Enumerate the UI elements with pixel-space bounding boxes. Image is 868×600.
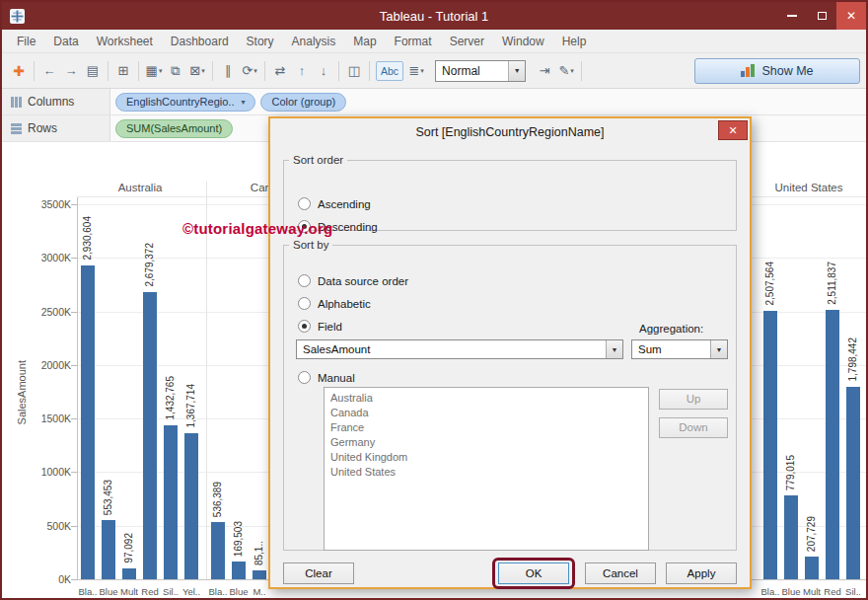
field-select[interactable]: SalesAmount ▼ — [296, 339, 623, 359]
y-tick-label: 1500K — [28, 412, 71, 424]
bar[interactable] — [102, 520, 115, 579]
bar[interactable] — [232, 562, 246, 579]
fit-select[interactable]: Normal ▼ — [435, 60, 526, 82]
redo-icon[interactable]: → — [60, 59, 82, 83]
menu-format[interactable]: Format — [386, 32, 441, 51]
menu-server[interactable]: Server — [441, 32, 493, 51]
highlight-icon[interactable]: ✎▾ — [555, 59, 577, 83]
y-tick-label: 3500K — [28, 198, 71, 210]
bar[interactable] — [122, 568, 136, 579]
bar[interactable] — [826, 310, 839, 579]
show-me-button[interactable]: Show Me — [694, 58, 860, 84]
list-item-united-states[interactable]: United States — [325, 465, 648, 480]
ok-highlight-annotation: OK — [492, 558, 575, 589]
radio-ascending[interactable]: Ascending — [298, 197, 371, 210]
radio-ascending-label: Ascending — [318, 198, 371, 210]
menu-help[interactable]: Help — [553, 32, 596, 51]
add-data-source-icon-glyph: ⊞ — [118, 63, 129, 78]
minimize-button[interactable] — [777, 2, 807, 30]
dialog-close-button[interactable]: ✕ — [718, 120, 748, 140]
bar[interactable] — [184, 433, 198, 579]
cancel-button[interactable]: Cancel — [585, 562, 656, 584]
sort-ascending-icon[interactable]: ↑ — [291, 59, 313, 83]
clear-button[interactable]: Clear — [283, 562, 354, 584]
pill-label: Color (group) — [271, 96, 335, 108]
aggregation-label: Aggregation: — [639, 323, 703, 335]
pill-caret-icon[interactable]: ▾ — [241, 98, 245, 107]
radio-manual[interactable]: Manual — [298, 371, 355, 384]
list-item-united-kingdom[interactable]: United Kingdom — [325, 450, 648, 465]
radio-data-source-order[interactable]: Data source order — [298, 274, 408, 287]
x-category-label: Yel.. — [177, 586, 206, 597]
show-mark-labels-icon[interactable]: Abc — [376, 61, 403, 81]
dropdown-caret-icon: ▾ — [159, 67, 163, 75]
menu-file[interactable]: File — [8, 32, 44, 51]
pause-auto-updates-icon[interactable]: ∥ — [217, 59, 239, 83]
up-button[interactable]: Up — [659, 389, 728, 410]
window-title: Tableau - Tutorial 1 — [380, 9, 489, 24]
aggregation-select[interactable]: Sum ▼ — [631, 339, 728, 359]
toolbar-icons-right: ⇥✎▾ — [534, 59, 586, 83]
clear-sheet-icon[interactable]: ⊠▾ — [186, 59, 208, 83]
menu-data[interactable]: Data — [44, 32, 87, 51]
list-item-germany[interactable]: Germany — [325, 435, 648, 450]
run-update-icon[interactable]: ⟳▾ — [239, 59, 260, 83]
bar-value-label: 1,798,442 — [847, 338, 858, 382]
menu-map[interactable]: Map — [344, 32, 385, 51]
pill-sum-salesamount[interactable]: SUM(SalesAmount) — [115, 119, 233, 138]
bar[interactable] — [143, 292, 157, 579]
maximize-button[interactable] — [807, 2, 836, 30]
bar-value-label: 169,503 — [233, 521, 244, 557]
radio-manual-label: Manual — [318, 372, 355, 384]
bar[interactable] — [763, 311, 777, 579]
ok-button[interactable]: OK — [498, 562, 569, 584]
menu-analysis[interactable]: Analysis — [283, 32, 345, 51]
bar[interactable] — [846, 387, 860, 579]
column-header-australia[interactable]: Australia — [71, 182, 209, 193]
pill-englishcountryregio[interactable]: EnglishCountryRegio..▾ — [115, 93, 255, 112]
rows-icon — [11, 123, 22, 134]
sort-descending-icon[interactable]: ↓ — [313, 59, 334, 83]
bar[interactable] — [81, 265, 95, 579]
bar[interactable] — [164, 425, 178, 579]
fit-icon[interactable]: ≣▾ — [405, 59, 427, 83]
apply-button[interactable]: Apply — [666, 562, 737, 584]
new-worksheet-icon[interactable]: ▦▾ — [143, 59, 165, 83]
bar[interactable] — [805, 557, 819, 579]
menu-worksheet[interactable]: Worksheet — [88, 32, 162, 51]
radio-data-source-order-label: Data source order — [318, 275, 408, 287]
radio-alphabetic[interactable]: Alphabetic — [298, 297, 371, 310]
sort-dialog: Sort [EnglishCountryRegionName] ✕ Sort o… — [268, 116, 752, 589]
column-header-united-states[interactable]: United States — [740, 182, 866, 193]
menu-dashboard[interactable]: Dashboard — [162, 32, 238, 51]
y-tick-label: 0K — [28, 573, 71, 585]
list-item-australia[interactable]: Australia — [325, 391, 648, 406]
menu-story[interactable]: Story — [238, 32, 283, 51]
fix-axes-icon-glyph: ⇥ — [540, 63, 550, 78]
columns-shelf-dropzone[interactable]: EnglishCountryRegio..▾Color (group) — [110, 89, 866, 114]
manual-order-listbox[interactable]: AustraliaCanadaFranceGermanyUnited Kingd… — [324, 387, 649, 551]
radio-field[interactable]: Field — [298, 320, 342, 333]
bar[interactable] — [211, 522, 225, 579]
undo-icon[interactable]: ← — [38, 59, 60, 83]
list-item-canada[interactable]: Canada — [325, 406, 648, 420]
swap-rows-columns-icon[interactable]: ⇄ — [269, 59, 291, 83]
fix-axes-icon[interactable]: ⇥ — [534, 59, 555, 83]
bar[interactable] — [253, 570, 266, 579]
close-window-button[interactable]: ✕ — [836, 2, 866, 30]
tableau-start-icon[interactable]: ✚ — [8, 59, 30, 83]
toolbar-separator — [581, 61, 582, 81]
add-data-source-icon[interactable]: ⊞ — [112, 59, 134, 83]
tableau-app-icon — [10, 9, 25, 24]
pill-color-group[interactable]: Color (group) — [260, 93, 346, 112]
menu-window[interactable]: Window — [493, 32, 553, 51]
duplicate-sheet-icon[interactable]: ⧉ — [165, 59, 186, 83]
down-button[interactable]: Down — [659, 417, 728, 438]
radio-field-label: Field — [318, 321, 342, 333]
bar[interactable] — [784, 495, 798, 579]
group-members-icon[interactable]: ◫ — [343, 59, 365, 83]
save-icon[interactable]: ▤ — [82, 59, 104, 83]
list-item-france[interactable]: France — [325, 420, 648, 435]
show-mark-labels-icon-glyph: Abc — [381, 65, 398, 77]
toolbar-separator — [138, 61, 139, 81]
